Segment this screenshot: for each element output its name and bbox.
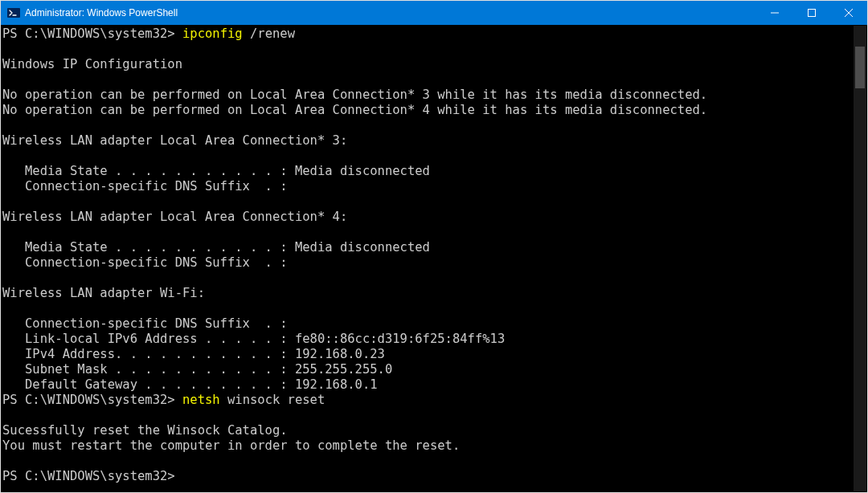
output-line: Wireless LAN adapter Local Area Connecti… bbox=[2, 210, 347, 224]
output-line: IPv4 Address. . . . . . . . . . . : 192.… bbox=[2, 347, 385, 361]
output-line: No operation can be performed on Local A… bbox=[2, 103, 707, 117]
command-text: netsh bbox=[182, 393, 227, 407]
output-line: Media State . . . . . . . . . . . : Medi… bbox=[2, 164, 430, 178]
maximize-button[interactable] bbox=[793, 1, 830, 25]
minimize-icon bbox=[771, 9, 779, 17]
output-line: Connection-specific DNS Suffix . : bbox=[2, 255, 288, 270]
prompt: PS C:\WINDOWS\system32> bbox=[2, 393, 182, 407]
close-icon bbox=[845, 9, 853, 17]
output-line: Connection-specific DNS Suffix . : bbox=[2, 316, 288, 331]
maximize-icon bbox=[808, 9, 816, 17]
scrollbar[interactable] bbox=[854, 26, 866, 491]
window-title: Administrator: Windows PowerShell bbox=[25, 7, 756, 18]
svg-rect-3 bbox=[809, 10, 816, 17]
output-line: Connection-specific DNS Suffix . : bbox=[2, 179, 288, 194]
output-line: No operation can be performed on Local A… bbox=[2, 88, 707, 102]
svg-rect-0 bbox=[7, 8, 20, 18]
prompt: PS C:\WINDOWS\system32> bbox=[2, 469, 182, 483]
minimize-button[interactable] bbox=[756, 1, 793, 25]
output-line: You must restart the computer in order t… bbox=[2, 438, 460, 453]
command-arg: /renew bbox=[250, 26, 295, 41]
command-arg: winsock reset bbox=[227, 393, 325, 407]
scrollbar-track[interactable] bbox=[854, 26, 866, 491]
terminal-output: PS C:\WINDOWS\system32> ipconfig /renew … bbox=[2, 26, 866, 484]
output-line: Media State . . . . . . . . . . . : Medi… bbox=[2, 240, 430, 255]
output-line: Sucessfully reset the Winsock Catalog. bbox=[2, 423, 288, 438]
command-text: ipconfig bbox=[182, 26, 250, 41]
powershell-window: Administrator: Windows PowerShell PS C: bbox=[0, 0, 868, 493]
output-line: Default Gateway . . . . . . . . . : 192.… bbox=[2, 377, 378, 392]
output-line: Subnet Mask . . . . . . . . . . . : 255.… bbox=[2, 362, 392, 377]
titlebar[interactable]: Administrator: Windows PowerShell bbox=[1, 1, 867, 25]
terminal-area[interactable]: PS C:\WINDOWS\system32> ipconfig /renew … bbox=[1, 25, 867, 492]
output-line: Windows IP Configuration bbox=[2, 57, 182, 71]
scrollbar-thumb[interactable] bbox=[855, 47, 865, 88]
prompt: PS C:\WINDOWS\system32> bbox=[2, 26, 182, 41]
powershell-icon bbox=[7, 6, 20, 19]
window-controls bbox=[756, 1, 867, 25]
output-line: Link-local IPv6 Address . . . . . : fe80… bbox=[2, 332, 505, 346]
output-line: Wireless LAN adapter Local Area Connecti… bbox=[2, 133, 347, 148]
close-button[interactable] bbox=[830, 1, 867, 25]
output-line: Wireless LAN adapter Wi-Fi: bbox=[2, 286, 205, 300]
